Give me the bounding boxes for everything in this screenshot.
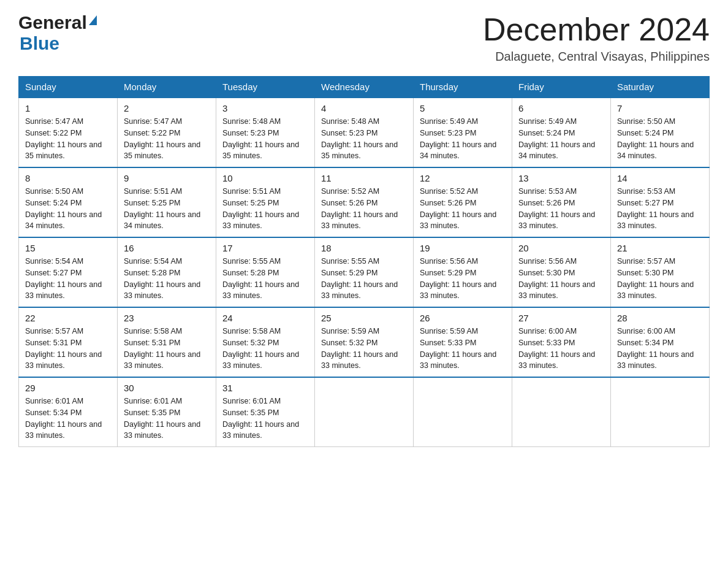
day-number: 11 [321,173,407,183]
day-number: 1 [25,103,111,113]
day-number: 30 [124,383,210,393]
table-row: 26Sunrise: 5:59 AMSunset: 5:33 PMDayligh… [414,307,512,377]
day-info: Sunrise: 5:51 AMSunset: 5:25 PMDaylight:… [222,186,308,232]
day-info: Sunrise: 5:57 AMSunset: 5:31 PMDaylight:… [25,326,111,372]
day-info: Sunrise: 5:55 AMSunset: 5:28 PMDaylight:… [222,256,308,302]
day-number: 10 [222,173,308,183]
calendar-week-row: 15Sunrise: 5:54 AMSunset: 5:27 PMDayligh… [19,237,710,307]
day-info: Sunrise: 5:48 AMSunset: 5:23 PMDaylight:… [222,116,308,162]
table-row: 31Sunrise: 6:01 AMSunset: 5:35 PMDayligh… [216,377,315,447]
day-number: 21 [617,243,703,253]
day-info: Sunrise: 6:00 AMSunset: 5:34 PMDaylight:… [617,326,703,372]
calendar-week-row: 29Sunrise: 6:01 AMSunset: 5:34 PMDayligh… [19,377,710,447]
table-row: 16Sunrise: 5:54 AMSunset: 5:28 PMDayligh… [118,237,216,307]
day-info: Sunrise: 5:59 AMSunset: 5:32 PMDaylight:… [321,326,407,372]
calendar-week-row: 8Sunrise: 5:50 AMSunset: 5:24 PMDaylight… [19,167,710,237]
table-row: 19Sunrise: 5:56 AMSunset: 5:29 PMDayligh… [414,237,512,307]
table-row: 13Sunrise: 5:53 AMSunset: 5:26 PMDayligh… [512,167,611,237]
day-number: 23 [124,313,210,323]
table-row: 12Sunrise: 5:52 AMSunset: 5:26 PMDayligh… [414,167,512,237]
day-info: Sunrise: 5:56 AMSunset: 5:30 PMDaylight:… [518,256,604,302]
table-row: 3Sunrise: 5:48 AMSunset: 5:23 PMDaylight… [216,98,315,167]
title-block: December 2024 Dalaguete, Central Visayas… [483,12,710,64]
table-row [315,377,414,447]
day-number: 26 [420,313,506,323]
page-header: General Blue December 2024 Dalaguete, Ce… [18,12,710,64]
day-number: 20 [518,243,604,253]
day-info: Sunrise: 5:58 AMSunset: 5:31 PMDaylight:… [124,326,210,372]
month-title: December 2024 [483,12,710,47]
day-info: Sunrise: 5:47 AMSunset: 5:22 PMDaylight:… [25,116,111,162]
logo-arrow-icon [89,15,97,25]
col-thursday: Thursday [414,77,512,98]
day-info: Sunrise: 5:56 AMSunset: 5:29 PMDaylight:… [420,256,506,302]
calendar-week-row: 1Sunrise: 5:47 AMSunset: 5:22 PMDaylight… [19,98,710,167]
day-info: Sunrise: 5:50 AMSunset: 5:24 PMDaylight:… [25,186,111,232]
day-number: 5 [420,103,506,113]
day-number: 8 [25,173,111,183]
calendar-table: Sunday Monday Tuesday Wednesday Thursday… [18,76,710,447]
day-number: 4 [321,103,407,113]
table-row: 20Sunrise: 5:56 AMSunset: 5:30 PMDayligh… [512,237,611,307]
table-row: 21Sunrise: 5:57 AMSunset: 5:30 PMDayligh… [611,237,710,307]
day-number: 3 [222,103,308,113]
table-row [414,377,512,447]
table-row: 14Sunrise: 5:53 AMSunset: 5:27 PMDayligh… [611,167,710,237]
table-row: 7Sunrise: 5:50 AMSunset: 5:24 PMDaylight… [611,98,710,167]
day-info: Sunrise: 6:01 AMSunset: 5:35 PMDaylight:… [222,396,308,442]
day-info: Sunrise: 5:50 AMSunset: 5:24 PMDaylight:… [617,116,703,162]
day-info: Sunrise: 5:48 AMSunset: 5:23 PMDaylight:… [321,116,407,162]
location-subtitle: Dalaguete, Central Visayas, Philippines [483,50,710,64]
day-info: Sunrise: 5:54 AMSunset: 5:27 PMDaylight:… [25,256,111,302]
day-number: 2 [124,103,210,113]
day-number: 27 [518,313,604,323]
day-info: Sunrise: 6:01 AMSunset: 5:35 PMDaylight:… [124,396,210,442]
table-row: 1Sunrise: 5:47 AMSunset: 5:22 PMDaylight… [19,98,118,167]
logo-general-text: General [18,12,87,33]
table-row: 4Sunrise: 5:48 AMSunset: 5:23 PMDaylight… [315,98,414,167]
table-row: 2Sunrise: 5:47 AMSunset: 5:22 PMDaylight… [118,98,216,167]
day-info: Sunrise: 5:53 AMSunset: 5:27 PMDaylight:… [617,186,703,232]
day-number: 19 [420,243,506,253]
day-info: Sunrise: 5:59 AMSunset: 5:33 PMDaylight:… [420,326,506,372]
day-info: Sunrise: 5:54 AMSunset: 5:28 PMDaylight:… [124,256,210,302]
table-row: 6Sunrise: 5:49 AMSunset: 5:24 PMDaylight… [512,98,611,167]
table-row: 25Sunrise: 5:59 AMSunset: 5:32 PMDayligh… [315,307,414,377]
day-info: Sunrise: 5:58 AMSunset: 5:32 PMDaylight:… [222,326,308,372]
col-friday: Friday [512,77,611,98]
day-number: 22 [25,313,111,323]
day-number: 6 [518,103,604,113]
day-info: Sunrise: 5:53 AMSunset: 5:26 PMDaylight:… [518,186,604,232]
day-info: Sunrise: 5:57 AMSunset: 5:30 PMDaylight:… [617,256,703,302]
day-number: 14 [617,173,703,183]
day-number: 29 [25,383,111,393]
day-number: 18 [321,243,407,253]
table-row: 28Sunrise: 6:00 AMSunset: 5:34 PMDayligh… [611,307,710,377]
day-info: Sunrise: 5:47 AMSunset: 5:22 PMDaylight:… [124,116,210,162]
col-wednesday: Wednesday [315,77,414,98]
table-row: 22Sunrise: 5:57 AMSunset: 5:31 PMDayligh… [19,307,118,377]
table-row: 27Sunrise: 6:00 AMSunset: 5:33 PMDayligh… [512,307,611,377]
day-number: 15 [25,243,111,253]
calendar-header-row: Sunday Monday Tuesday Wednesday Thursday… [19,77,710,98]
table-row: 5Sunrise: 5:49 AMSunset: 5:23 PMDaylight… [414,98,512,167]
col-monday: Monday [118,77,216,98]
table-row: 8Sunrise: 5:50 AMSunset: 5:24 PMDaylight… [19,167,118,237]
logo-blue-text: Blue [20,33,59,53]
day-number: 7 [617,103,703,113]
table-row: 18Sunrise: 5:55 AMSunset: 5:29 PMDayligh… [315,237,414,307]
table-row [512,377,611,447]
day-info: Sunrise: 5:55 AMSunset: 5:29 PMDaylight:… [321,256,407,302]
day-number: 12 [420,173,506,183]
table-row: 15Sunrise: 5:54 AMSunset: 5:27 PMDayligh… [19,237,118,307]
day-info: Sunrise: 6:01 AMSunset: 5:34 PMDaylight:… [25,396,111,442]
table-row: 23Sunrise: 5:58 AMSunset: 5:31 PMDayligh… [118,307,216,377]
table-row: 29Sunrise: 6:01 AMSunset: 5:34 PMDayligh… [19,377,118,447]
calendar-week-row: 22Sunrise: 5:57 AMSunset: 5:31 PMDayligh… [19,307,710,377]
col-saturday: Saturday [611,77,710,98]
day-info: Sunrise: 5:49 AMSunset: 5:24 PMDaylight:… [518,116,604,162]
table-row: 17Sunrise: 5:55 AMSunset: 5:28 PMDayligh… [216,237,315,307]
logo: General Blue [18,12,97,54]
day-number: 13 [518,173,604,183]
table-row: 11Sunrise: 5:52 AMSunset: 5:26 PMDayligh… [315,167,414,237]
